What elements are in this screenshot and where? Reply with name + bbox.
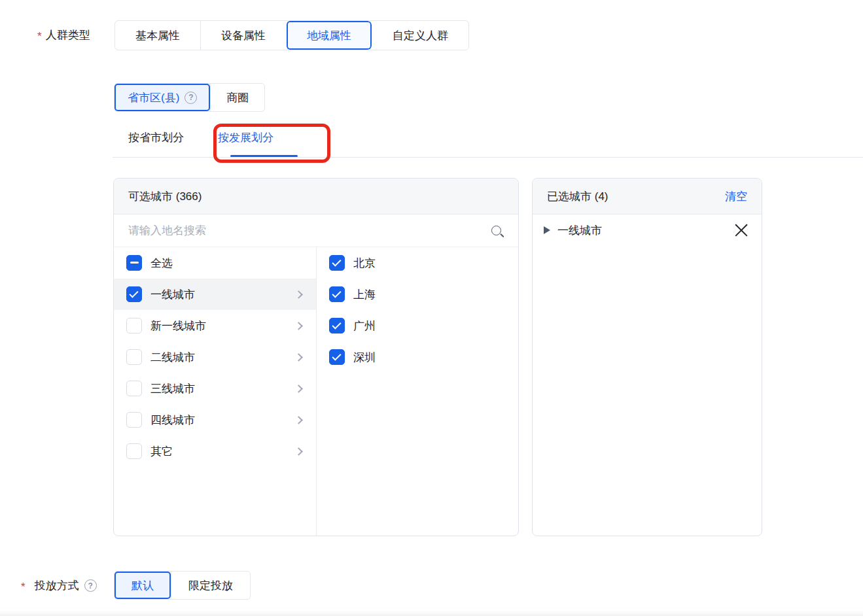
available-panel-title: 可选城市 (366) xyxy=(128,189,202,204)
city-list: 北京 上海 广州 深圳 xyxy=(317,247,518,536)
list-item-label: 全选 xyxy=(150,256,173,271)
list-item-label: 深圳 xyxy=(353,350,376,365)
checkbox-checked-icon[interactable] xyxy=(329,318,345,334)
tab-by-development[interactable]: 按发展划分 xyxy=(218,129,273,146)
delivery-restricted-button[interactable]: 限定投放 xyxy=(171,572,250,599)
chevron-right-icon[interactable] xyxy=(294,290,303,299)
list-item-label: 三线城市 xyxy=(150,381,195,396)
triangle-right-icon[interactable] xyxy=(544,226,550,234)
selected-panel-header: 已选城市 (4) 清空 xyxy=(533,179,762,214)
list-item-label: 一线城市 xyxy=(150,287,195,302)
checkbox-unchecked-icon[interactable] xyxy=(126,443,142,459)
close-icon[interactable] xyxy=(733,223,749,238)
list-item-shanghai[interactable]: 上海 xyxy=(317,279,518,310)
available-cities-panel: 可选城市 (366) 全选 一线城市 新一线城市 xyxy=(113,178,519,536)
list-item-label: 二线城市 xyxy=(150,350,195,365)
checkbox-checked-icon[interactable] xyxy=(329,255,345,271)
list-item-label: 新一线城市 xyxy=(150,318,206,334)
audience-targeting-form: * 人群类型 基本属性 设备属性 地域属性 自定义人群 省市区(县) ? 商圈 … xyxy=(0,0,863,616)
tab-basic-attributes[interactable]: 基本属性 xyxy=(115,21,200,50)
available-panel-header: 可选城市 (366) xyxy=(114,179,518,214)
selected-item-tier1[interactable]: 一线城市 xyxy=(533,214,762,246)
delivery-method-label-text: 投放方式 xyxy=(35,578,79,593)
chevron-right-icon[interactable] xyxy=(294,322,303,330)
tab-region-attributes[interactable]: 地域属性 xyxy=(286,21,372,50)
checkbox-checked-icon[interactable] xyxy=(126,286,142,302)
mode-business-district-button[interactable]: 商圈 xyxy=(210,84,264,111)
checkbox-checked-icon[interactable] xyxy=(329,286,345,302)
tab-custom-audience[interactable]: 自定义人群 xyxy=(372,21,468,50)
search-row xyxy=(114,214,518,247)
delivery-method-button-group: 默认 限定投放 xyxy=(114,571,251,600)
checkbox-checked-icon[interactable] xyxy=(329,349,345,365)
list-item-tier2[interactable]: 二线城市 xyxy=(114,341,316,373)
list-item-select-all[interactable]: 全选 xyxy=(114,247,316,279)
checkbox-unchecked-icon[interactable] xyxy=(126,349,142,365)
crowd-type-label-text: 人群类型 xyxy=(46,27,90,43)
list-item-label: 广州 xyxy=(353,318,376,334)
selected-panel-title: 已选城市 (4) xyxy=(547,189,608,204)
tab-by-province-city[interactable]: 按省市划分 xyxy=(128,129,184,146)
question-circle-icon[interactable]: ? xyxy=(185,92,197,104)
tabs-divider-line xyxy=(113,157,863,158)
crowd-type-label: * 人群类型 xyxy=(37,27,90,43)
list-item-shenzhen[interactable]: 深圳 xyxy=(317,341,518,373)
selected-item-label: 一线城市 xyxy=(557,223,602,238)
required-asterisk: * xyxy=(21,581,26,594)
section-bottom-edge xyxy=(0,611,863,616)
chevron-right-icon[interactable] xyxy=(294,385,303,393)
list-item-guangzhou[interactable]: 广州 xyxy=(317,310,518,341)
list-item-label: 四线城市 xyxy=(150,413,195,428)
tier-list: 全选 一线城市 新一线城市 二线城市 xyxy=(114,247,317,536)
search-icon[interactable] xyxy=(491,226,501,235)
division-tabs: 按省市划分 按发展划分 xyxy=(128,129,273,146)
search-input[interactable] xyxy=(128,224,491,237)
checkbox-unchecked-icon[interactable] xyxy=(126,318,142,334)
delivery-default-button[interactable]: 默认 xyxy=(114,572,171,599)
list-item-new-tier1[interactable]: 新一线城市 xyxy=(114,310,316,341)
region-mode-button-group: 省市区(县) ? 商圈 xyxy=(114,83,265,112)
list-item-tier1[interactable]: 一线城市 xyxy=(114,279,316,310)
list-item-beijing[interactable]: 北京 xyxy=(317,247,518,279)
checkbox-unchecked-icon[interactable] xyxy=(126,412,142,428)
checkbox-unchecked-icon[interactable] xyxy=(126,381,142,396)
clear-all-link[interactable]: 清空 xyxy=(725,189,747,204)
list-item-label: 上海 xyxy=(353,287,376,302)
chevron-right-icon[interactable] xyxy=(294,416,303,424)
question-circle-icon[interactable]: ? xyxy=(84,579,97,592)
chevron-right-icon[interactable] xyxy=(294,353,303,362)
city-tier-lists: 全选 一线城市 新一线城市 二线城市 xyxy=(114,247,518,536)
tab-device-attributes[interactable]: 设备属性 xyxy=(200,21,286,50)
mode-business-district-label: 商圈 xyxy=(226,90,249,105)
delivery-method-label: * 投放方式 ? xyxy=(21,578,97,593)
list-item-other[interactable]: 其它 xyxy=(114,436,316,467)
list-item-tier4[interactable]: 四线城市 xyxy=(114,404,316,436)
mode-province-city-district-label: 省市区(县) xyxy=(128,90,179,105)
list-item-tier3[interactable]: 三线城市 xyxy=(114,373,316,404)
checkbox-indeterminate-icon[interactable] xyxy=(126,255,142,271)
mode-province-city-district-button[interactable]: 省市区(县) ? xyxy=(114,84,210,111)
selected-cities-panel: 已选城市 (4) 清空 一线城市 xyxy=(532,178,762,536)
required-asterisk: * xyxy=(37,30,42,43)
crowd-type-button-group: 基本属性 设备属性 地域属性 自定义人群 xyxy=(114,20,469,50)
list-item-label: 北京 xyxy=(353,256,376,271)
chevron-right-icon[interactable] xyxy=(294,447,303,456)
list-item-label: 其它 xyxy=(150,444,173,459)
